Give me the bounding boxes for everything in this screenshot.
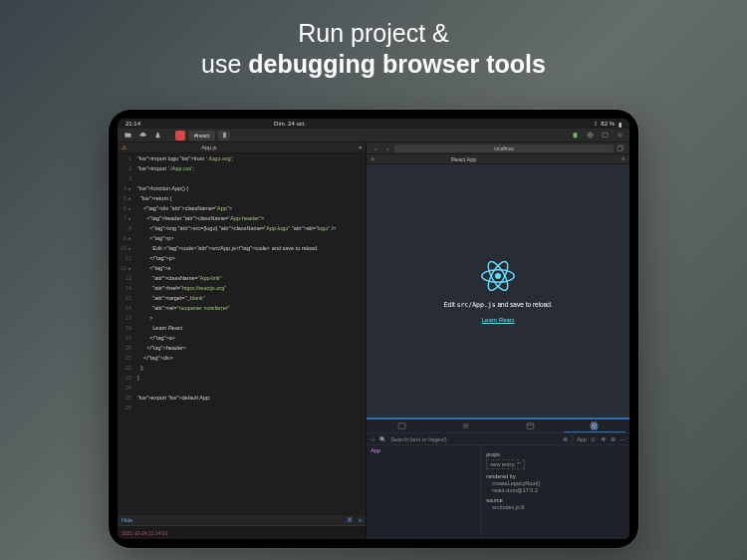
svg-rect-0 — [223, 133, 226, 138]
headline-line1: Run project & — [298, 19, 448, 47]
flask-icon[interactable] — [151, 131, 163, 140]
editor-pane: ⚠ App.js × 12345678910111213141516171819… — [118, 142, 366, 539]
svg-rect-4 — [618, 146, 622, 151]
run-target[interactable]: #react — [188, 131, 215, 140]
preview-instructions: Edit src/App.js and save to reload. — [444, 301, 553, 309]
devtools-panel: ⊹ 🔍 Search (text or /regex/) ⊗ App ⏱ 👁 ⊕… — [367, 418, 629, 539]
editor-tabbar: ⚠ App.js × — [118, 142, 366, 153]
source-location[interactable]: src/index.js:9 — [486, 504, 625, 510]
console-timestamp: 2021-10-24 21:14:01 — [122, 530, 167, 536]
screen: 21:14 Dim. 24 oct. 􀙇 82 % ▮ #react ⚠ App… — [118, 119, 629, 539]
element-picker-icon[interactable]: ⊹ — [371, 436, 375, 442]
devtools-tab-sources[interactable] — [499, 420, 561, 432]
browser-addressbar: ‹ › localhost — [367, 142, 629, 154]
forward-button[interactable]: › — [382, 144, 392, 152]
browser-tab-title: React App — [451, 156, 476, 162]
eye-icon[interactable]: 👁 — [601, 436, 607, 442]
trash-icon[interactable] — [569, 131, 581, 140]
code-editor[interactable]: 1234567891011121314151617181920212223242… — [118, 153, 366, 514]
browser-tabbar: × React App + — [367, 154, 629, 164]
app-toolbar: #react — [118, 129, 629, 142]
tablet-frame: 21:14 Dim. 24 oct. 􀙇 82 % ▮ #react ⚠ App… — [109, 110, 638, 548]
battery-icon: ▮ — [619, 121, 622, 128]
learn-react-link[interactable]: Learn React — [482, 317, 515, 323]
page-preview: Edit src/App.js and save to reload. Lear… — [367, 164, 629, 418]
close-tab[interactable]: × — [359, 144, 362, 150]
props-heading: props — [486, 451, 625, 457]
marketing-headline: Run project & use debugging browser tool… — [0, 0, 747, 81]
stop-button[interactable] — [175, 131, 185, 140]
svg-rect-2 — [602, 133, 607, 137]
svg-point-5 — [495, 273, 501, 279]
rendered-by-version[interactable]: react-dom@17.0.2 — [486, 487, 625, 493]
console-panel[interactable]: 2021-10-24 21:14:01 — [118, 525, 366, 539]
preview-icon[interactable] — [599, 131, 611, 140]
svg-point-11 — [594, 424, 596, 426]
hide-button[interactable]: Hide — [122, 517, 132, 523]
devtools-search-input[interactable]: Search (text or /regex/) — [390, 436, 559, 442]
devtools-tab-elements[interactable] — [371, 420, 432, 432]
keyboard-icon[interactable]: ⎋ — [359, 517, 362, 523]
folder-icon[interactable] — [122, 131, 133, 140]
cloud-icon[interactable] — [136, 131, 148, 140]
battery-level: 82 % — [601, 121, 615, 127]
tabs-icon[interactable] — [616, 144, 625, 152]
search-icon: 🔍 — [379, 436, 386, 442]
editor-footer: Hide ⌘ ⎋ — [118, 514, 366, 525]
address-field[interactable]: localhost — [394, 144, 614, 152]
rendered-by-heading: rendered by — [486, 473, 625, 479]
new-tab-button[interactable]: + — [621, 154, 625, 163]
devtools-tab-react[interactable] — [564, 420, 625, 432]
status-time: 21:14 — [125, 121, 140, 127]
status-date: Dim. 24 oct. — [274, 121, 306, 127]
devtools-tab-console[interactable] — [435, 420, 497, 432]
selected-component-label: App — [577, 436, 587, 442]
device-icon[interactable] — [218, 131, 230, 140]
back-button[interactable]: ‹ — [371, 144, 380, 152]
timer-icon[interactable]: ⏱ — [591, 436, 597, 442]
props-panel: props new entry: "" rendered by createLe… — [482, 445, 629, 539]
debug-icon[interactable]: ⊕ — [611, 436, 616, 442]
component-tree[interactable]: App — [367, 445, 482, 539]
svg-rect-10 — [527, 422, 534, 428]
browser-pane: ‹ › localhost × React App + — [366, 142, 629, 539]
more-icon[interactable]: ⋯ — [620, 436, 625, 442]
globe-icon[interactable] — [584, 131, 596, 140]
svg-point-3 — [619, 135, 621, 137]
react-logo-icon — [481, 259, 515, 293]
editor-filename: App.js — [201, 144, 216, 150]
devtools-searchbar: ⊹ 🔍 Search (text or /regex/) ⊗ App ⏱ 👁 ⊕… — [367, 433, 629, 445]
headline-bold: debugging browser tools — [248, 50, 546, 78]
close-browser-tab[interactable]: × — [371, 155, 374, 162]
keyboard-button[interactable]: ⌘ — [347, 517, 353, 523]
new-prop-entry[interactable]: new entry: "" — [486, 459, 525, 469]
source-heading: source — [486, 497, 625, 503]
settings-icon[interactable] — [614, 131, 625, 140]
tree-node-app[interactable]: App — [371, 447, 380, 453]
warning-icon[interactable]: ⚠ — [122, 144, 126, 150]
wifi-icon: 􀙇 — [595, 121, 597, 127]
status-bar: 21:14 Dim. 24 oct. 􀙇 82 % ▮ — [118, 119, 629, 129]
devtools-tabs — [367, 420, 629, 433]
bug-icon[interactable]: ⊗ — [563, 436, 568, 442]
svg-rect-9 — [398, 422, 405, 428]
rendered-by-item[interactable]: createLegacyRoot() — [486, 480, 625, 486]
